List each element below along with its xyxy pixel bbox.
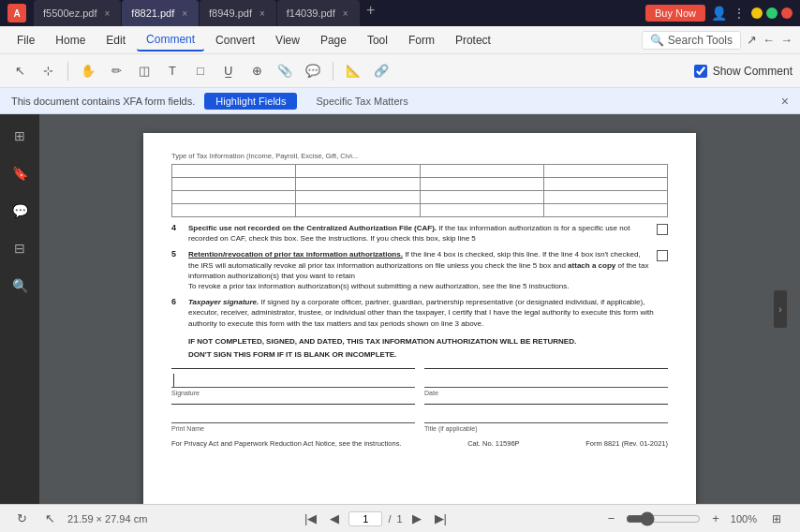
sidebar-search-icon[interactable]: 🔍	[7, 273, 32, 298]
user-icon: 👤	[711, 6, 727, 21]
status-left: ↻ ↖ 21.59 × 27.94 cm	[11, 509, 147, 529]
pdf-section-5-title: Retention/revocation of prior tax inform…	[188, 250, 403, 259]
toolbar-link-btn[interactable]: 🔗	[369, 59, 393, 83]
menu-comment[interactable]: Comment	[137, 29, 204, 52]
notification-close-icon[interactable]: ×	[781, 94, 789, 109]
menu-form[interactable]: Form	[399, 30, 444, 51]
page-separator: /	[388, 513, 391, 525]
tab-f14039[interactable]: f14039.pdf ×	[277, 0, 360, 26]
tab-close-icon[interactable]: ×	[180, 7, 189, 20]
menu-tool[interactable]: Tool	[358, 30, 397, 51]
pdf-warning-2: DON'T SIGN THIS FORM IF IT IS BLANK OR I…	[188, 349, 668, 359]
sig-line-2: Print Name Title (if applicable)	[171, 404, 668, 432]
next-page-button[interactable]: ▶	[408, 510, 425, 527]
first-page-button[interactable]: |◀	[301, 510, 320, 527]
toolbar-pencil-btn[interactable]: ✏	[104, 59, 128, 83]
toolbar-shape-btn[interactable]: □	[188, 59, 213, 83]
pdf-area[interactable]: › Type of Tax Information (Income, Payro…	[39, 114, 800, 504]
zoom-in-button[interactable]: +	[708, 510, 723, 527]
last-page-button[interactable]: ▶|	[431, 510, 451, 527]
pdf-section-4-content: Specific use not recorded on the Central…	[188, 223, 651, 244]
sig-title-top	[424, 404, 668, 422]
right-panel-toggle[interactable]: ›	[774, 290, 787, 328]
toolbar-separator-2	[333, 62, 333, 81]
pdf-header-text: Type of Tax Information (Income, Payroll…	[171, 152, 668, 160]
toolbar-cursor-btn[interactable]: ↖	[7, 59, 32, 83]
pdf-footer-cat: Cat. No. 11596P	[467, 439, 519, 448]
pdf-footer-form: Form 8821 (Rev. 01-2021)	[585, 439, 668, 448]
new-tab-button[interactable]: +	[361, 0, 381, 21]
status-cursor-btn[interactable]: ↖	[39, 509, 60, 529]
show-comment-checkbox[interactable]	[694, 65, 707, 78]
sig-line-top	[171, 368, 415, 387]
notification-bar: This document contains XFA form fields. …	[0, 88, 800, 114]
buy-now-button[interactable]: Buy Now	[645, 5, 705, 22]
prev-page-button[interactable]: ◀	[326, 510, 343, 527]
app-icon: A	[7, 4, 26, 22]
toolbar-underline-btn[interactable]: U̲	[216, 59, 241, 83]
specific-tax-link[interactable]: Specific Tax Matters	[316, 96, 407, 107]
nav-forward-icon[interactable]: →	[780, 33, 793, 47]
pdf-section-4-checkbox[interactable]	[657, 224, 668, 235]
sig-signature-label: Signature	[171, 387, 415, 396]
status-bar: ↻ ↖ 21.59 × 27.94 cm |◀ ◀ / 1 ▶ ▶| − + 1…	[0, 504, 800, 532]
highlight-fields-button[interactable]: Highlight Fields	[204, 93, 297, 110]
tab-close-icon[interactable]: ×	[341, 7, 350, 20]
search-tools-label: Search Tools	[668, 34, 733, 47]
menu-file[interactable]: File	[7, 30, 44, 51]
minimize-button[interactable]	[751, 7, 763, 19]
external-link-icon[interactable]: ↗	[747, 33, 757, 47]
menu-convert[interactable]: Convert	[206, 30, 264, 51]
fit-page-button[interactable]: ⊞	[764, 507, 789, 531]
toolbar-text-btn[interactable]: T	[160, 59, 185, 83]
toolbar-attach-btn[interactable]: 📎	[273, 59, 297, 83]
zoom-out-button[interactable]: −	[604, 510, 619, 527]
sidebar-comment-icon[interactable]: 💬	[7, 199, 32, 223]
total-pages: 1	[396, 513, 402, 525]
menu-protect[interactable]: Protect	[446, 30, 500, 51]
sig-print-name-top	[171, 404, 415, 422]
pdf-section-6-content: Taxpayer signature. If signed by a corpo…	[188, 297, 668, 329]
sig-date-label: Date	[424, 387, 668, 396]
page-number-input[interactable]	[348, 511, 382, 526]
search-tools[interactable]: 🔍 Search Tools	[642, 31, 741, 50]
sig-signature-field: Signature	[171, 368, 415, 396]
tab-f8949[interactable]: f8949.pdf ×	[200, 0, 276, 26]
status-rotate-btn[interactable]: ↻	[11, 509, 32, 529]
more-icon[interactable]: ⋮	[733, 6, 746, 21]
close-button[interactable]	[781, 7, 793, 19]
sidebar-bookmark-icon[interactable]: 🔖	[7, 161, 32, 185]
toolbar-hand-btn[interactable]: ✋	[76, 59, 100, 83]
tab-close-icon[interactable]: ×	[103, 7, 112, 20]
sidebar-pages-icon[interactable]: ⊞	[7, 124, 32, 148]
tab-f5500ez[interactable]: f5500ez.pdf ×	[34, 0, 121, 26]
nav-back-icon[interactable]: ←	[763, 33, 775, 47]
menu-home[interactable]: Home	[46, 30, 95, 51]
tab-f8821[interactable]: f8821.pdf ×	[122, 0, 199, 26]
toolbar-highlight-btn[interactable]: ◫	[132, 59, 156, 83]
pdf-section-4-num: 4	[171, 223, 183, 232]
toolbar-stamp-btn[interactable]: ⊕	[244, 59, 269, 83]
main-area: ⊞ 🔖 💬 ⊟ 🔍 › Type of Tax Information (Inc…	[0, 114, 800, 504]
maximize-button[interactable]	[766, 7, 778, 19]
cursor-line	[173, 374, 174, 387]
menu-edit[interactable]: Edit	[96, 30, 135, 51]
pdf-section-4: 4 Specific use not recorded on the Centr…	[171, 223, 668, 244]
sig-print-name-label: Print Name	[171, 422, 415, 432]
pdf-warning-1-text: IF NOT COMPLETED, SIGNED, AND DATED, THI…	[188, 337, 576, 346]
notification-message: This document contains XFA form fields.	[11, 96, 195, 107]
tab-label: f5500ez.pdf	[43, 7, 97, 19]
pdf-section-5-content: Retention/revocation of prior tax inform…	[188, 249, 651, 291]
zoom-slider[interactable]	[626, 511, 701, 526]
show-comment-toggle: Show Comment	[694, 65, 793, 78]
toolbar-comment-btn[interactable]: 💬	[301, 59, 325, 83]
menu-page[interactable]: Page	[311, 30, 356, 51]
search-icon: 🔍	[650, 34, 664, 47]
pdf-section-5-checkbox[interactable]	[657, 250, 668, 261]
sidebar-layers-icon[interactable]: ⊟	[7, 236, 32, 260]
toolbar-select-btn[interactable]: ⊹	[36, 59, 60, 83]
toolbar-measure-btn[interactable]: 📐	[341, 59, 365, 83]
tab-close-icon[interactable]: ×	[258, 7, 267, 20]
signature-area: Signature Date Print Name Title (if appl…	[171, 368, 668, 432]
menu-view[interactable]: View	[266, 30, 309, 51]
